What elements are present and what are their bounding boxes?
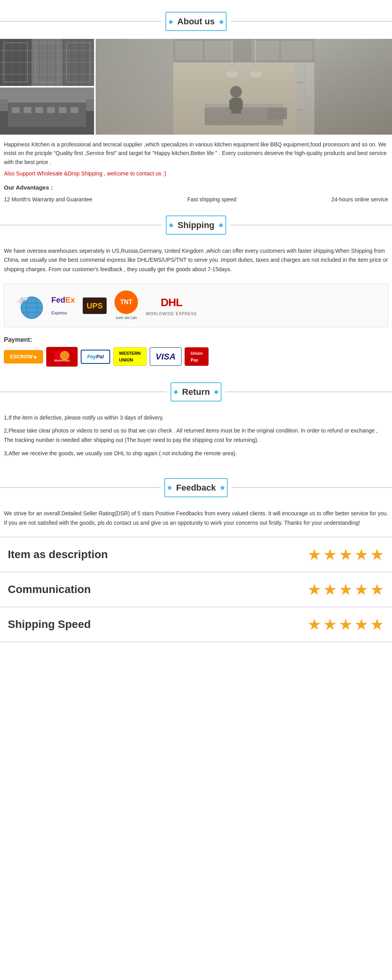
ups-logo: UPS bbox=[83, 297, 107, 314]
shipping-header: Shipping bbox=[0, 215, 392, 235]
paypal-logo: PayPal bbox=[81, 350, 110, 364]
about-us-header: About us bbox=[0, 12, 392, 31]
star-1-4: ★ bbox=[354, 543, 368, 566]
svg-rect-14 bbox=[12, 107, 20, 113]
svg-rect-20 bbox=[0, 88, 94, 99]
rating-row-2: Communication ★ ★ ★ ★ ★ bbox=[0, 574, 392, 605]
svg-rect-3 bbox=[63, 39, 94, 86]
about-red-text: Also Support Wholesale &Drop Shipping , … bbox=[0, 170, 392, 178]
about-images-container bbox=[0, 39, 392, 135]
svg-rect-17 bbox=[47, 107, 55, 113]
feedback-badge: Feedback bbox=[164, 478, 228, 497]
svg-point-31 bbox=[250, 71, 261, 77]
svg-rect-32 bbox=[205, 106, 283, 125]
carriers-container: FedEx Express UPS TNT sure we can DHL WO… bbox=[4, 284, 388, 327]
svg-rect-2 bbox=[31, 39, 63, 86]
star-1-5: ★ bbox=[370, 543, 384, 566]
feedback-divider-3 bbox=[0, 607, 392, 607]
rating-row-1: Item as description ★ ★ ★ ★ ★ bbox=[0, 539, 392, 570]
dhl-logo: DHL WORLDWIDE EXPRESS bbox=[146, 294, 197, 317]
return-badge: Return bbox=[171, 382, 222, 401]
shipping-badge: Shipping bbox=[166, 215, 226, 235]
return-header: Return bbox=[0, 382, 392, 401]
factory-top-image bbox=[0, 39, 94, 86]
svg-rect-22 bbox=[173, 39, 314, 135]
rating-stars-1: ★ ★ ★ ★ ★ bbox=[307, 543, 384, 566]
star-2-3: ★ bbox=[339, 578, 353, 601]
western-union-logo: WESTERNUNION bbox=[113, 347, 147, 366]
svg-rect-7 bbox=[4, 43, 27, 82]
svg-rect-21 bbox=[173, 39, 314, 135]
star-3-3: ★ bbox=[339, 613, 353, 636]
star-3-4: ★ bbox=[354, 613, 368, 636]
advantage-1: 12 Month's Warranty and Guarantee bbox=[4, 195, 93, 204]
building-image bbox=[0, 88, 94, 135]
star-1-2: ★ bbox=[323, 543, 337, 566]
svg-rect-18 bbox=[59, 107, 67, 113]
svg-rect-42 bbox=[297, 109, 303, 110]
svg-rect-24 bbox=[175, 41, 203, 60]
about-images-left bbox=[0, 39, 94, 135]
advantages-title: Our Advantages : bbox=[0, 183, 392, 192]
unionpay-logo: UnionPay bbox=[185, 347, 209, 366]
tnt-logo: TNT sure we can bbox=[114, 290, 138, 321]
return-point-1: 1,If the item is defective, please notif… bbox=[4, 413, 388, 423]
svg-rect-27 bbox=[281, 41, 312, 60]
rating-label-3: Shipping Speed bbox=[8, 616, 145, 633]
svg-rect-8 bbox=[35, 43, 59, 82]
advantage-2: Fast shipping speed bbox=[187, 195, 236, 204]
star-1-3: ★ bbox=[339, 543, 353, 566]
shipping-line-left bbox=[0, 225, 162, 225]
return-line-right bbox=[225, 392, 392, 392]
advantage-3: 24-hours online service bbox=[331, 195, 388, 204]
return-point-3: 3,After we receive the goods, we usually… bbox=[4, 449, 388, 458]
star-2-2: ★ bbox=[323, 578, 337, 601]
advantages-list: 12 Month's Warranty and Guarantee Fast s… bbox=[0, 195, 392, 204]
feedback-divider-1 bbox=[0, 537, 392, 537]
fedex-logo: FedEx Express bbox=[51, 294, 75, 318]
svg-rect-25 bbox=[205, 41, 232, 60]
feedback-header: Feedback bbox=[0, 478, 392, 497]
return-text-container: 1,If the item is defective, please notif… bbox=[0, 409, 392, 466]
star-1-1: ★ bbox=[307, 543, 321, 566]
svg-rect-41 bbox=[297, 82, 303, 83]
star-3-1: ★ bbox=[307, 613, 321, 636]
return-point-2: 2,Please take clear photos or videos to … bbox=[4, 426, 388, 445]
escrow-logo: ESCROW ▶ bbox=[4, 350, 43, 363]
star-2-1: ★ bbox=[307, 578, 321, 601]
rating-label-2: Communication bbox=[8, 581, 145, 598]
rating-stars-2: ★ ★ ★ ★ ★ bbox=[307, 578, 384, 601]
star-2-5: ★ bbox=[370, 578, 384, 601]
svg-rect-9 bbox=[67, 43, 90, 82]
rating-label-1: Item as description bbox=[8, 546, 145, 563]
svg-rect-0 bbox=[0, 39, 94, 86]
feedback-description: We strive for an overall Detailed Seller… bbox=[0, 505, 392, 536]
star-3-5: ★ bbox=[370, 613, 384, 636]
svg-rect-16 bbox=[35, 107, 43, 113]
plane-globe-icon bbox=[12, 292, 44, 319]
mastercard-logo: MasterCard bbox=[46, 347, 78, 367]
svg-rect-38 bbox=[267, 108, 287, 119]
star-2-4: ★ bbox=[354, 578, 368, 601]
svg-rect-35 bbox=[231, 98, 241, 113]
about-description: Happiness Kitchen is a professional and … bbox=[0, 140, 392, 166]
feedback-divider-2 bbox=[0, 572, 392, 572]
svg-point-29 bbox=[226, 71, 238, 77]
return-line-left bbox=[0, 392, 167, 392]
header-line-left bbox=[0, 21, 162, 22]
svg-rect-23 bbox=[173, 39, 314, 62]
svg-rect-19 bbox=[71, 107, 78, 113]
svg-rect-1 bbox=[0, 39, 31, 86]
svg-rect-13 bbox=[8, 99, 86, 102]
svg-rect-15 bbox=[24, 107, 31, 113]
header-line-right bbox=[230, 21, 392, 22]
star-3-2: ★ bbox=[323, 613, 337, 636]
rating-row-3: Shipping Speed ★ ★ ★ ★ ★ bbox=[0, 609, 392, 640]
svg-rect-33 bbox=[205, 104, 283, 108]
svg-rect-26 bbox=[252, 41, 279, 60]
payment-title: Payment: bbox=[0, 331, 392, 347]
payment-logos-container: ESCROW ▶ MasterCard PayPal WESTERNUNION … bbox=[0, 347, 392, 370]
svg-point-34 bbox=[230, 86, 242, 98]
svg-rect-39 bbox=[295, 62, 314, 133]
feedback-line-left bbox=[0, 487, 160, 488]
